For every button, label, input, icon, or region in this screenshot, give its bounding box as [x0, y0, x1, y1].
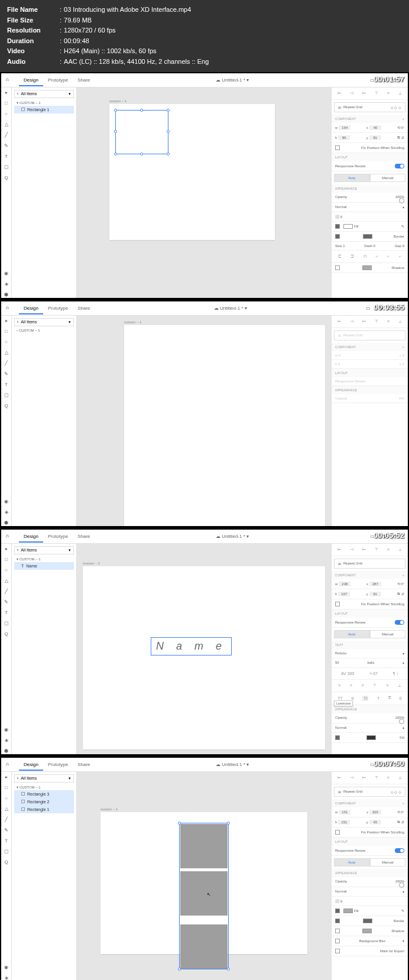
text-tool[interactable]: T [4, 382, 9, 388]
align-top-icon[interactable]: ⊤ [375, 91, 378, 96]
responsive-toggle[interactable] [395, 164, 404, 168]
corner-radius-row[interactable]: ⬜ 0 [332, 212, 408, 222]
mark-export-row[interactable]: Mark for Export [332, 946, 408, 956]
pen-tool[interactable]: ✎ [4, 143, 9, 149]
blend-mode-row[interactable]: Normal▾ [332, 203, 408, 212]
resize-handle[interactable] [167, 109, 170, 112]
layer-item[interactable]: Rectangle 2 [14, 798, 74, 806]
blend-mode-row[interactable]: Normal▾ [332, 887, 408, 897]
shadow-row[interactable]: Shadow [332, 263, 408, 273]
zoom-tool[interactable]: Q [4, 175, 9, 181]
desktop-icon[interactable]: ▭ [366, 306, 371, 311]
resize-handle[interactable] [140, 109, 143, 112]
rotate-icon[interactable]: ⟲ 0° [397, 582, 404, 586]
tab-share[interactable]: Share [73, 302, 95, 314]
plugins-icon[interactable]: ⬢ [4, 292, 9, 298]
auto-manual-tabs[interactable]: AutoManual [334, 174, 405, 182]
selected-rectangle[interactable] [115, 110, 168, 154]
pen-tool[interactable]: ✎ [4, 371, 9, 377]
polygon-tool[interactable]: △ [4, 578, 9, 584]
flip-icon[interactable]: ⇋ ⇵ [397, 135, 404, 139]
fix-scroll-row[interactable]: Fix Position When Scrolling [332, 599, 408, 609]
resize-handle[interactable] [167, 130, 170, 133]
home-icon[interactable]: ⌂ [6, 305, 12, 311]
layer-group[interactable]: ▾ CUSTOM – 1 [14, 784, 74, 790]
resize-handle[interactable] [227, 968, 230, 971]
resize-handle[interactable] [178, 968, 181, 971]
plugins-icon[interactable]: ⬢ [4, 520, 9, 526]
fill-row[interactable]: Fill✎ [332, 906, 408, 916]
ellipse-tool[interactable]: ○ [4, 567, 9, 573]
artboard[interactable] [109, 104, 275, 240]
polygon-tool[interactable]: △ [4, 350, 9, 356]
tab-prototype[interactable]: Prototype [43, 302, 73, 314]
text-spacing-row[interactable]: AV 300≡ 67¶ ↕ [332, 668, 408, 680]
assets-icon[interactable]: ◉ [4, 499, 9, 505]
assets-icon[interactable]: ◉ [4, 727, 9, 733]
auto-manual-tabs[interactable]: AutoManual [334, 858, 405, 867]
layers-icon[interactable]: ◈ [4, 975, 9, 980]
y-input[interactable]: 45 [369, 820, 381, 825]
tab-share[interactable]: Share [73, 74, 95, 86]
polygon-tool[interactable]: △ [4, 806, 9, 812]
zoom-tool[interactable]: Q [4, 859, 9, 865]
layer-item-rectangle[interactable]: Rectangle 1 [14, 106, 74, 113]
text-tool[interactable]: T [4, 610, 9, 616]
rectangle-tool[interactable]: □ [4, 329, 9, 335]
width-input[interactable]: 194 [339, 125, 350, 130]
layer-item-name[interactable]: TName [14, 562, 74, 570]
auto-manual-tabs[interactable]: AutoManual [334, 630, 405, 638]
zoom-tool[interactable]: Q [4, 631, 9, 637]
rectangle-tool[interactable]: □ [4, 557, 9, 563]
layers-dropdown[interactable]: ‹All Items▾ [14, 546, 74, 554]
y-input[interactable]: 81 [369, 592, 381, 596]
border-props-row[interactable]: Size 1Dash 0Gap 0 [332, 242, 408, 251]
text-tool[interactable]: T [4, 838, 9, 844]
home-icon[interactable]: ⌂ [6, 761, 12, 767]
layers-dropdown[interactable]: ‹All Items▾ [14, 90, 74, 98]
width-input[interactable]: 238 [339, 582, 350, 586]
resize-handle[interactable] [114, 130, 117, 133]
artboard-tool[interactable]: ▢ [4, 164, 9, 170]
font-size-row[interactable]: 50Italic▾ [332, 658, 408, 668]
select-tool[interactable]: ▸ [4, 546, 9, 552]
align-icon[interactable]: ⊢ [362, 775, 366, 780]
artboard[interactable]: ↖ [100, 812, 307, 954]
layers-icon[interactable]: ◈ [4, 738, 9, 744]
rotate-icon[interactable]: ⟲ 0° [397, 125, 404, 129]
tab-design[interactable]: Design [19, 302, 43, 314]
fill-row[interactable]: Fill [332, 733, 408, 743]
pen-tool[interactable]: ✎ [4, 828, 9, 833]
width-input[interactable]: 151 [339, 810, 350, 814]
border-row[interactable]: Border [332, 916, 408, 926]
font-row[interactable]: Roboto▾ [332, 649, 408, 658]
repeat-grid-button[interactable]: ⊞ Repeat Grid◇ ◇ ◇ [334, 787, 405, 797]
polygon-tool[interactable]: △ [4, 122, 9, 128]
layer-group[interactable]: ▾ CUSTOM – 1 [14, 99, 74, 106]
resize-handle[interactable] [178, 822, 181, 825]
blend-mode-row[interactable]: Normal▾ [332, 723, 408, 733]
border-style-row[interactable]: ⊏⊐⊓⌐⌐⌐ [332, 251, 408, 263]
align-middle-icon[interactable]: ≡ [387, 91, 389, 95]
fix-scroll-row[interactable]: Fix Position When Scrolling [332, 143, 408, 153]
tab-design[interactable]: Design [19, 74, 43, 86]
align-icon[interactable]: ⊢ [337, 775, 341, 780]
artboard-label[interactable]: custom – 1 [100, 807, 118, 811]
fill-row[interactable]: Fill✎ [332, 222, 408, 232]
layer-item[interactable]: Rectangle 3 [14, 790, 74, 798]
x-input[interactable]: 40 [369, 125, 381, 130]
artboard[interactable]: N a m e [83, 566, 325, 749]
align-icon[interactable]: ≡ [387, 547, 389, 551]
flip-icon[interactable]: ⇋ ⇵ [397, 592, 404, 596]
layer-group[interactable]: ▾ CUSTOM – 1 [14, 556, 74, 562]
tab-prototype[interactable]: Prototype [43, 74, 73, 86]
rectangle-tool[interactable]: □ [4, 100, 9, 106]
tab-prototype[interactable]: Prototype [43, 758, 73, 771]
assets-icon[interactable]: ◉ [4, 965, 9, 971]
line-tool[interactable]: ╱ [4, 132, 9, 138]
x-input[interactable]: 287 [369, 582, 381, 586]
bg-blur-row[interactable]: Background Blur▾ [332, 936, 408, 946]
tab-design[interactable]: Design [19, 758, 43, 771]
align-bottom-icon[interactable]: ⊥ [398, 91, 402, 96]
align-icon[interactable]: ⊣ [350, 547, 353, 552]
